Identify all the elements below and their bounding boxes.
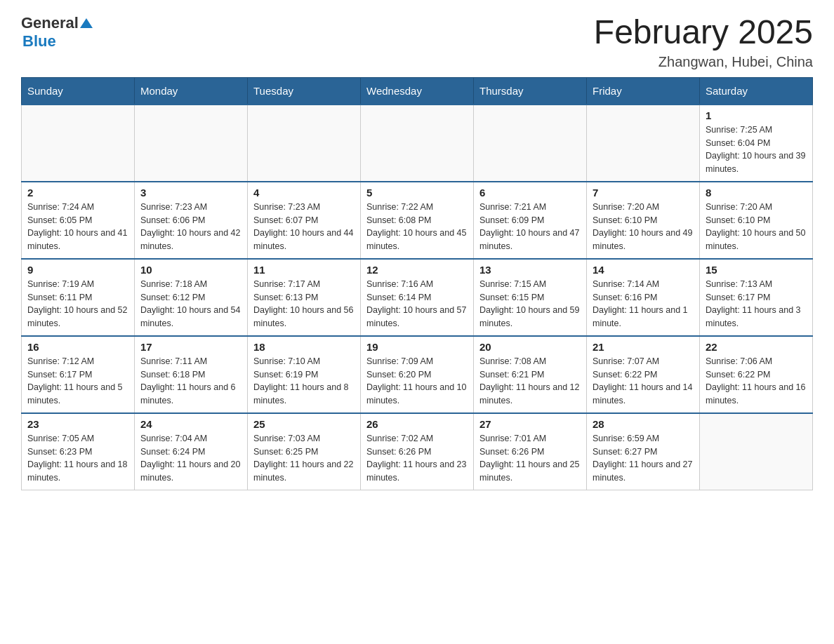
day-info: Sunrise: 7:20 AM Sunset: 6:10 PM Dayligh… [593,201,694,253]
header-row: Sunday Monday Tuesday Wednesday Thursday… [22,77,813,105]
calendar-cell: 25Sunrise: 7:03 AM Sunset: 6:25 PM Dayli… [248,413,361,490]
calendar-week-1: 1Sunrise: 7:25 AM Sunset: 6:04 PM Daylig… [22,105,813,182]
day-number: 28 [593,418,694,430]
day-info: Sunrise: 7:19 AM Sunset: 6:11 PM Dayligh… [27,278,128,330]
calendar-header: Sunday Monday Tuesday Wednesday Thursday… [22,77,813,105]
calendar-cell: 13Sunrise: 7:15 AM Sunset: 6:15 PM Dayli… [474,259,587,336]
day-info: Sunrise: 7:22 AM Sunset: 6:08 PM Dayligh… [366,201,468,253]
day-number: 2 [27,187,128,199]
header-thursday: Thursday [474,77,587,105]
day-number: 23 [27,418,128,430]
calendar-cell: 7Sunrise: 7:20 AM Sunset: 6:10 PM Daylig… [587,182,700,259]
calendar-cell: 19Sunrise: 7:09 AM Sunset: 6:20 PM Dayli… [361,336,474,413]
calendar-cell: 14Sunrise: 7:14 AM Sunset: 6:16 PM Dayli… [587,259,700,336]
calendar-cell: 9Sunrise: 7:19 AM Sunset: 6:11 PM Daylig… [22,259,135,336]
day-number: 27 [479,418,581,430]
page-header: General Blue February 2025 Zhangwan, Hub… [21,14,813,70]
calendar-cell [248,105,361,182]
calendar-cell: 3Sunrise: 7:23 AM Sunset: 6:06 PM Daylig… [135,182,248,259]
calendar-cell: 23Sunrise: 7:05 AM Sunset: 6:23 PM Dayli… [22,413,135,490]
calendar-cell: 28Sunrise: 6:59 AM Sunset: 6:27 PM Dayli… [587,413,700,490]
day-info: Sunrise: 7:16 AM Sunset: 6:14 PM Dayligh… [366,278,468,330]
day-number: 7 [593,187,694,199]
logo-general-text: General [21,14,79,32]
day-info: Sunrise: 7:13 AM Sunset: 6:17 PM Dayligh… [706,278,807,330]
day-number: 25 [253,418,355,430]
day-info: Sunrise: 7:14 AM Sunset: 6:16 PM Dayligh… [593,278,694,330]
day-number: 10 [140,264,241,276]
calendar-cell [135,105,248,182]
day-number: 15 [706,264,807,276]
calendar-cell [700,413,813,490]
day-info: Sunrise: 7:11 AM Sunset: 6:18 PM Dayligh… [140,355,241,408]
day-number: 13 [479,264,581,276]
calendar-body: 1Sunrise: 7:25 AM Sunset: 6:04 PM Daylig… [22,105,813,490]
calendar-cell: 11Sunrise: 7:17 AM Sunset: 6:13 PM Dayli… [248,259,361,336]
day-number: 4 [253,187,355,199]
header-saturday: Saturday [700,77,813,105]
calendar-week-2: 2Sunrise: 7:24 AM Sunset: 6:05 PM Daylig… [22,182,813,259]
day-info: Sunrise: 7:05 AM Sunset: 6:23 PM Dayligh… [27,432,128,485]
day-number: 24 [140,418,241,430]
day-number: 1 [706,109,807,121]
day-info: Sunrise: 6:59 AM Sunset: 6:27 PM Dayligh… [593,432,694,485]
calendar-cell: 15Sunrise: 7:13 AM Sunset: 6:17 PM Dayli… [700,259,813,336]
calendar-cell: 1Sunrise: 7:25 AM Sunset: 6:04 PM Daylig… [700,105,813,182]
header-tuesday: Tuesday [248,77,361,105]
calendar-cell: 17Sunrise: 7:11 AM Sunset: 6:18 PM Dayli… [135,336,248,413]
day-info: Sunrise: 7:06 AM Sunset: 6:22 PM Dayligh… [706,355,807,408]
header-friday: Friday [587,77,700,105]
calendar-week-5: 23Sunrise: 7:05 AM Sunset: 6:23 PM Dayli… [22,413,813,490]
calendar-table: Sunday Monday Tuesday Wednesday Thursday… [21,77,813,491]
logo-blue-text: Blue [22,32,56,50]
day-number: 21 [593,341,694,353]
day-number: 22 [706,341,807,353]
header-monday: Monday [135,77,248,105]
calendar-cell [474,105,587,182]
header-sunday: Sunday [22,77,135,105]
day-info: Sunrise: 7:21 AM Sunset: 6:09 PM Dayligh… [479,201,581,253]
day-info: Sunrise: 7:12 AM Sunset: 6:17 PM Dayligh… [27,355,128,408]
calendar-cell [22,105,135,182]
day-info: Sunrise: 7:23 AM Sunset: 6:06 PM Dayligh… [140,201,241,253]
calendar-cell: 20Sunrise: 7:08 AM Sunset: 6:21 PM Dayli… [474,336,587,413]
day-info: Sunrise: 7:07 AM Sunset: 6:22 PM Dayligh… [593,355,694,408]
day-number: 9 [27,264,128,276]
calendar-cell: 24Sunrise: 7:04 AM Sunset: 6:24 PM Dayli… [135,413,248,490]
calendar-cell: 4Sunrise: 7:23 AM Sunset: 6:07 PM Daylig… [248,182,361,259]
day-number: 26 [366,418,468,430]
calendar-cell: 22Sunrise: 7:06 AM Sunset: 6:22 PM Dayli… [700,336,813,413]
title-section: February 2025 Zhangwan, Hubei, China [594,14,813,70]
day-info: Sunrise: 7:03 AM Sunset: 6:25 PM Dayligh… [253,432,355,485]
day-number: 17 [140,341,241,353]
day-number: 8 [706,187,807,199]
day-info: Sunrise: 7:02 AM Sunset: 6:26 PM Dayligh… [366,432,468,485]
calendar-cell: 18Sunrise: 7:10 AM Sunset: 6:19 PM Dayli… [248,336,361,413]
day-number: 12 [366,264,468,276]
day-info: Sunrise: 7:01 AM Sunset: 6:26 PM Dayligh… [479,432,581,485]
day-info: Sunrise: 7:15 AM Sunset: 6:15 PM Dayligh… [479,278,581,330]
day-number: 19 [366,341,468,353]
calendar-cell: 5Sunrise: 7:22 AM Sunset: 6:08 PM Daylig… [361,182,474,259]
day-number: 20 [479,341,581,353]
calendar-week-3: 9Sunrise: 7:19 AM Sunset: 6:11 PM Daylig… [22,259,813,336]
day-info: Sunrise: 7:24 AM Sunset: 6:05 PM Dayligh… [27,201,128,253]
day-number: 11 [253,264,355,276]
day-info: Sunrise: 7:18 AM Sunset: 6:12 PM Dayligh… [140,278,241,330]
day-number: 3 [140,187,241,199]
day-number: 14 [593,264,694,276]
calendar-cell: 27Sunrise: 7:01 AM Sunset: 6:26 PM Dayli… [474,413,587,490]
calendar-cell: 6Sunrise: 7:21 AM Sunset: 6:09 PM Daylig… [474,182,587,259]
day-number: 6 [479,187,581,199]
calendar-cell: 16Sunrise: 7:12 AM Sunset: 6:17 PM Dayli… [22,336,135,413]
day-info: Sunrise: 7:25 AM Sunset: 6:04 PM Dayligh… [706,123,807,176]
calendar-cell [361,105,474,182]
day-info: Sunrise: 7:20 AM Sunset: 6:10 PM Dayligh… [706,201,807,253]
calendar-week-4: 16Sunrise: 7:12 AM Sunset: 6:17 PM Dayli… [22,336,813,413]
calendar-cell: 21Sunrise: 7:07 AM Sunset: 6:22 PM Dayli… [587,336,700,413]
day-info: Sunrise: 7:23 AM Sunset: 6:07 PM Dayligh… [253,201,355,253]
header-wednesday: Wednesday [361,77,474,105]
day-number: 5 [366,187,468,199]
svg-marker-0 [80,18,93,28]
logo: General Blue [21,14,93,51]
